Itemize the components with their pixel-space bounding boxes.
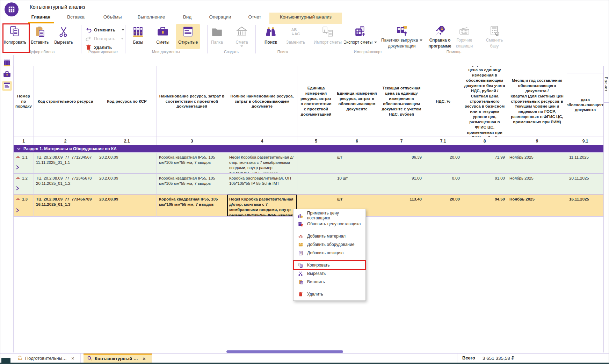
cell-ksr[interactable]: 20.2.08.09 (97, 195, 157, 217)
batch-upload-button[interactable]: Пакетная выгрузка документации (381, 25, 422, 49)
menu-apply-supplier-price[interactable]: Применить цену поставщика (293, 211, 365, 220)
cell-price-net[interactable]: 71,99 (462, 153, 507, 174)
cell-code[interactable]: ТЦ_20.2.08.09_77_771234567_11.11.2025_01… (34, 153, 97, 174)
cell-unit-doc[interactable]: 10 шт (335, 174, 379, 195)
menu-copy[interactable]: Копировать (293, 261, 365, 269)
cell-name-doc[interactable]: Коробка распределительная, ОП 105*105*55… (227, 174, 297, 195)
close-icon[interactable]: × (143, 356, 146, 362)
window-title: Конъюнктурный анализ (30, 4, 85, 10)
col-header[interactable]: Единица измерения ресурса, затрат в соот… (297, 66, 335, 137)
cell-month[interactable]: Ноябрь 2025 (507, 153, 567, 174)
cell-price-net[interactable]: 94,50 (462, 195, 507, 217)
tab-obyomy[interactable]: Объёмы (103, 14, 122, 20)
bases-button[interactable]: Базы (126, 25, 150, 45)
menu-add-equipment[interactable]: Добавить оборудование (293, 240, 365, 249)
cell-vat[interactable]: 20,00 (424, 153, 462, 174)
tab-otchet[interactable]: Отчет (248, 14, 261, 20)
cell-name-pd[interactable]: Коробка квадратная IP55, 105 мм*105 мм*5… (157, 174, 227, 195)
import-estimate-button[interactable]: Импорт сметы (313, 25, 342, 45)
cell-name-pd[interactable]: Коробка квадратная IP55, 105 мм*105 мм*5… (157, 195, 227, 217)
search-button[interactable]: Поиск (259, 25, 283, 45)
equipment-crate-icon (298, 242, 303, 247)
sidebar-bases-icon[interactable] (2, 58, 12, 68)
menu-cut[interactable]: Вырезать (293, 269, 365, 278)
chevron-down-icon[interactable] (420, 39, 422, 41)
cell-ksr[interactable]: 20.2.08.09 (97, 174, 157, 195)
cell-date[interactable]: 11.11.2025 (567, 153, 604, 174)
cell-name-pd[interactable]: Коробка квадратная IP55, 105 мм*105 мм*5… (157, 153, 227, 174)
redo-button[interactable]: Повторить (85, 34, 124, 43)
open-documents-button[interactable]: Открытые (176, 24, 200, 49)
col-header[interactable]: Наименование ресурса, затрат в соответст… (157, 66, 227, 137)
expand-chevron-icon[interactable] (16, 186, 19, 192)
undo-button[interactable]: Отменить (85, 26, 124, 34)
cell-price-vat[interactable]: 86,39 (379, 153, 424, 174)
expand-chevron-icon[interactable] (16, 208, 19, 214)
cell-date[interactable]: 16.11.2025 (567, 195, 604, 217)
col-header[interactable]: Текущая отпускная цена за единицу измере… (462, 66, 507, 137)
menu-delete[interactable]: Удалить (293, 290, 365, 298)
col-header[interactable]: Код строительного ресурса (34, 66, 97, 137)
col-header[interactable]: НДС, % (424, 66, 462, 137)
col-header[interactable]: Полное наименование ресурса, затрат в об… (227, 66, 297, 137)
cell-name-doc-selected[interactable]: Hegel Коробка разветвительная д/откр. мо… (227, 195, 297, 217)
row-number-cell[interactable]: 1.3 (14, 195, 34, 217)
menu-add-position[interactable]: Добавить позицию (293, 249, 365, 257)
tab-konyunkturnyj-analiz[interactable]: Конъюнктурный анализ (280, 14, 332, 20)
cell-code[interactable]: ТЦ_20.2.08.09_77_772345678_20.11.2025_01… (34, 174, 97, 195)
close-icon[interactable]: × (71, 355, 74, 361)
tab-vstavka[interactable]: Вставка (67, 14, 85, 20)
raschet-side-tab[interactable]: Расчет (603, 66, 609, 103)
col-header[interactable]: Текущая отпускная цена за единицу измере… (379, 66, 424, 137)
chevron-down-icon[interactable] (122, 29, 124, 31)
rocket-icon (434, 25, 446, 37)
cell-name-doc[interactable]: Hegel Коробка разветвительная д/откр. мо… (227, 153, 297, 174)
expand-chevron-icon[interactable] (16, 165, 19, 171)
estimates-button[interactable]: Сметы (151, 25, 175, 45)
cell-unit-doc[interactable]: шт (335, 153, 379, 174)
tab-vypolnenie[interactable]: Выполнение (138, 14, 165, 20)
export-estimate-button[interactable]: Экспорт сметы (342, 25, 378, 45)
cell-code[interactable]: ТЦ_20.2.08.09_77_773456789_16.11.2025_01… (34, 195, 97, 217)
tab-operacii[interactable]: Операции (209, 14, 231, 20)
cell-unit-pd[interactable] (297, 174, 335, 195)
col-header[interactable]: Код ресурса по КСР (97, 66, 157, 137)
tab-glavnaya[interactable]: Главная (31, 14, 51, 20)
cut-button[interactable]: Вырезать (52, 25, 75, 45)
menu-update-supplier-price[interactable]: Обновить цену поставщика (293, 220, 365, 228)
help-about-button[interactable]: Справка о программе (427, 25, 452, 49)
cell-unit-pd[interactable] (297, 153, 335, 174)
cell-price-vat[interactable]: 91,00 (379, 174, 424, 195)
sidebar-estimates-icon[interactable] (2, 70, 12, 79)
doc-tab-podgotovitelny[interactable]: Подготовительны… × (14, 354, 81, 363)
doc-tab-konyunkturny-active[interactable]: Конъюнктурный … × (84, 354, 152, 363)
estimate-button[interactable]: Смета (230, 25, 254, 47)
chevron-down-icon[interactable] (17, 146, 21, 151)
cell-date[interactable]: 20.11.2025 (567, 174, 604, 195)
menu-add-material[interactable]: Добавить материал (293, 232, 365, 240)
cell-ksr[interactable]: 20.2.08.09 (97, 153, 157, 174)
cell-vat[interactable]: 0,00 (424, 174, 462, 195)
row-number-cell[interactable]: 1.2 (14, 174, 34, 195)
tab-vid[interactable]: Вид (183, 14, 191, 20)
hotkeys-button[interactable]: Горячие клавиши (452, 25, 477, 49)
col-header[interactable]: Единица измерения ресурса, затрат в обос… (335, 66, 379, 137)
horizontal-scrollbar-thumb[interactable] (226, 350, 343, 353)
row-number-cell[interactable]: 1.1 (14, 153, 34, 174)
folder-button[interactable]: Папка (205, 25, 229, 45)
cell-vat[interactable]: 20,00 (424, 195, 462, 217)
col-header[interactable]: Номер по порядку (14, 66, 34, 137)
replace-button[interactable]: AB↳AC Заменить (284, 25, 307, 45)
sidebar-open-documents-icon[interactable] (2, 81, 12, 91)
col-header[interactable]: дата обосновывающего документа (567, 66, 604, 137)
chevron-down-icon[interactable] (374, 42, 377, 43)
cell-month[interactable]: Ноябрь 2025 (507, 174, 567, 195)
section-header-row[interactable]: Раздел 1. Материалы и Оборудование по КА (14, 145, 604, 153)
cell-price-net[interactable]: 91,00 (462, 174, 507, 195)
paste-button[interactable]: Вставить (28, 25, 52, 45)
col-header[interactable]: Месяц и год составления обосновывающего … (507, 66, 567, 137)
cell-price-vat[interactable]: 113,40 (379, 195, 424, 217)
cell-month[interactable]: Ноябрь 2025 (507, 195, 567, 217)
menu-paste[interactable]: Вставить (293, 278, 365, 286)
change-base-button[interactable]: Сменить базу (482, 25, 507, 49)
